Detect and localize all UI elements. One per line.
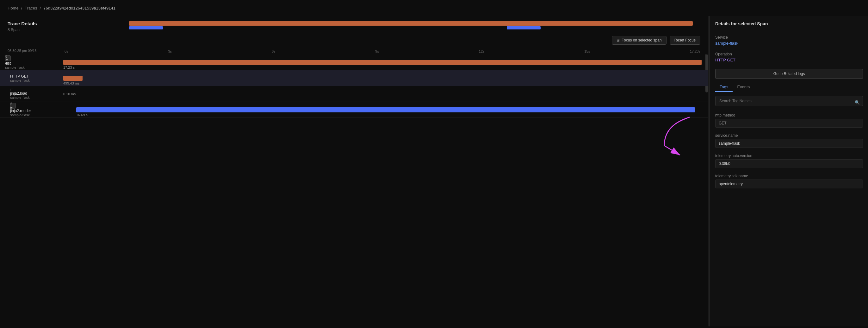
span-toggle-root[interactable]: 8 ▼ bbox=[5, 55, 11, 61]
minimap-blue-bar-2 bbox=[507, 26, 540, 29]
span-service-root: sample-flask bbox=[5, 65, 61, 69]
minimap-container bbox=[65, 20, 700, 33]
ruler-ticks: 0s 3s 6s 9s 12s 15s 17.23s bbox=[65, 48, 700, 53]
span-duration-jinja2-load: 0.10 ms bbox=[63, 92, 75, 96]
span-left-jinja2-render: 5 ▶ jinja2.render sample-flask bbox=[0, 101, 63, 118]
tick-15: 15s bbox=[584, 50, 590, 53]
span-bar-http-get bbox=[63, 76, 83, 81]
tab-tags[interactable]: Tags bbox=[715, 83, 733, 92]
breadcrumb-trace-id: 76d322a942ed0126431539a13ef49141 bbox=[43, 6, 116, 10]
tabs-row: Tags Events bbox=[715, 83, 863, 92]
tag-value-http-method: GET bbox=[715, 119, 863, 127]
search-tag-input[interactable] bbox=[715, 96, 863, 106]
breadcrumb: Home / Traces / 76d322a942ed0126431539a1… bbox=[0, 0, 868, 16]
tick-9: 9s bbox=[375, 50, 379, 53]
tag-value-telemetry-sdk-name: opentelemetry bbox=[715, 180, 863, 188]
span-toggle-jinja2-render[interactable]: 5 ▶ bbox=[10, 103, 16, 109]
span-name-http-get: HTTP GET bbox=[10, 74, 61, 79]
operation-value: HTTP GET bbox=[715, 58, 863, 62]
service-value[interactable]: sample-flask bbox=[715, 41, 863, 46]
span-bar-jinja2-render bbox=[76, 107, 695, 112]
breadcrumb-traces[interactable]: Traces bbox=[25, 6, 37, 10]
tick-12: 12s bbox=[479, 50, 485, 53]
trace-header: Trace Details 8 Span bbox=[8, 16, 700, 33]
spans-container[interactable]: 8 ▼ /list sample-flask 17.23 s HTTP GET … bbox=[0, 55, 708, 118]
timeline-date: 05:30:25 pm 09/13 bbox=[8, 49, 37, 53]
reset-focus-button[interactable]: Reset Focus bbox=[670, 36, 700, 44]
timeline-controls: ⊞ Focus on selected span Reset Focus bbox=[0, 33, 708, 48]
tag-label-telemetry-auto-version: telemetry.auto.version bbox=[715, 154, 863, 158]
tag-value-service-name: sample-flask bbox=[715, 139, 863, 148]
span-left-jinja2-load: jinja2.load sample-flask bbox=[0, 87, 63, 101]
filter-icon: ⊞ bbox=[617, 38, 620, 42]
tag-label-telemetry-sdk-name: telemetry.sdk.name bbox=[715, 174, 863, 178]
focus-span-button[interactable]: ⊞ Focus on selected span bbox=[612, 36, 666, 44]
timeline-ruler: 05:30:25 pm 09/13 0s 3s 6s 9s 12s 15s 17… bbox=[0, 48, 708, 53]
trace-panel: Trace Details 8 Span ⊞ Focus on selected… bbox=[0, 16, 708, 326]
span-bar-root bbox=[63, 60, 702, 65]
span-left-http-get: HTTP GET sample-flask bbox=[0, 73, 63, 84]
minimap-orange-bar bbox=[129, 21, 693, 26]
tick-6: 6s bbox=[272, 50, 276, 53]
span-duration-root: 17.23 s bbox=[63, 65, 75, 69]
span-service-http-get: sample-flask bbox=[10, 79, 61, 82]
span-bar-area-jinja2-load: 0.10 ms bbox=[63, 86, 708, 101]
top-minimap bbox=[129, 20, 693, 33]
trace-span-count: 8 Span bbox=[8, 28, 58, 32]
span-bar-area-http-get: 499.43 ms bbox=[63, 70, 708, 86]
search-icon: 🔍 bbox=[855, 100, 860, 105]
table-row[interactable]: 8 ▼ /list sample-flask 17.23 s bbox=[0, 55, 708, 70]
trace-title: Trace Details bbox=[8, 21, 58, 26]
reset-focus-label: Reset Focus bbox=[674, 38, 695, 42]
tag-value-telemetry-auto-version: 0.38b0 bbox=[715, 159, 863, 168]
service-label: Service bbox=[715, 35, 863, 39]
span-name-jinja2-render: jinja2.render bbox=[10, 109, 61, 113]
span-name-jinja2-load: jinja2.load bbox=[10, 91, 61, 96]
table-row[interactable]: 5 ▶ jinja2.render sample-flask 16.69 s bbox=[0, 102, 708, 118]
detail-panel: Details for selected Span Service sample… bbox=[710, 16, 868, 326]
go-to-related-logs-button[interactable]: Go to Related logs bbox=[715, 69, 863, 79]
span-service-jinja2-render: sample-flask bbox=[10, 113, 61, 117]
tab-events[interactable]: Events bbox=[733, 83, 754, 92]
table-row[interactable]: jinja2.load sample-flask 0.10 ms bbox=[0, 86, 708, 102]
span-bar-area-jinja2-render: 16.69 s bbox=[63, 102, 708, 117]
span-duration-http-get: 499.43 ms bbox=[63, 81, 80, 85]
breadcrumb-sep2: / bbox=[40, 6, 41, 10]
tick-0: 0s bbox=[65, 50, 68, 53]
span-duration-jinja2-render: 16.69 s bbox=[76, 113, 88, 117]
breadcrumb-home[interactable]: Home bbox=[8, 6, 19, 10]
tick-end: 17.23s bbox=[690, 50, 700, 53]
span-service-jinja2-load: sample-flask bbox=[10, 96, 61, 99]
minimap-blue-bar-1 bbox=[129, 26, 163, 29]
tick-3: 3s bbox=[168, 50, 172, 53]
detail-panel-title: Details for selected Span bbox=[715, 21, 863, 26]
tag-label-service-name: service.name bbox=[715, 133, 863, 138]
tree-connector-icon bbox=[10, 89, 13, 91]
breadcrumb-sep1: / bbox=[21, 6, 23, 10]
tag-label-http-method: http.method bbox=[715, 113, 863, 117]
span-name-root: /list bbox=[5, 61, 61, 65]
search-tag-wrapper: 🔍 bbox=[715, 96, 863, 110]
span-left-0: 8 ▼ /list sample-flask bbox=[0, 55, 63, 70]
table-row[interactable]: HTTP GET sample-flask 499.43 ms bbox=[0, 70, 708, 86]
scroll-divider bbox=[705, 55, 708, 70]
trace-title-block: Trace Details 8 Span bbox=[8, 21, 65, 32]
span-bar-area-root: 17.23 s bbox=[63, 55, 708, 70]
focus-span-label: Focus on selected span bbox=[622, 38, 662, 42]
operation-label: Operation bbox=[715, 52, 863, 56]
